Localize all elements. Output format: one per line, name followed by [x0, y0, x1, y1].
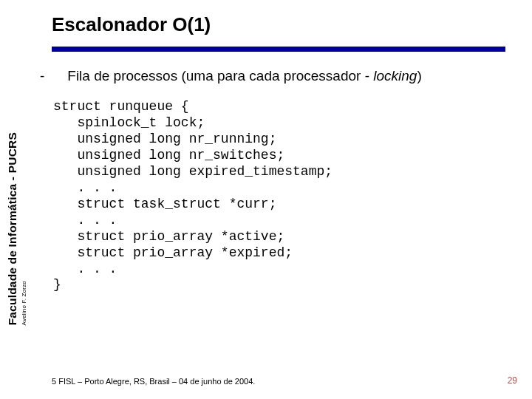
- title-underline: [52, 47, 505, 52]
- slide-title: Escalonador O(1): [52, 13, 505, 47]
- institution-label: Faculdade de Informática - PUCRS: [6, 132, 19, 325]
- author-label: Avelino F. Zorzo: [21, 281, 27, 325]
- bullet-line: - Fila de processos (uma para cada proce…: [52, 68, 505, 84]
- bullet-dash: -: [53, 68, 64, 84]
- page-number: 29: [508, 375, 517, 386]
- slide: Escalonador O(1) - Fila de processos (um…: [0, 0, 532, 399]
- bullet-text-suffix: ): [417, 68, 421, 83]
- side-labels: Faculdade de Informática - PUCRS Avelino…: [6, 118, 27, 325]
- code-block: struct runqueue { spinlock_t lock; unsig…: [52, 99, 505, 293]
- footer-text: 5 FISL – Porto Alegre, RS, Brasil – 04 d…: [52, 377, 255, 386]
- bullet-text-prefix: Fila de processos (uma para cada process…: [67, 68, 373, 83]
- bullet-text-em: locking: [373, 68, 417, 83]
